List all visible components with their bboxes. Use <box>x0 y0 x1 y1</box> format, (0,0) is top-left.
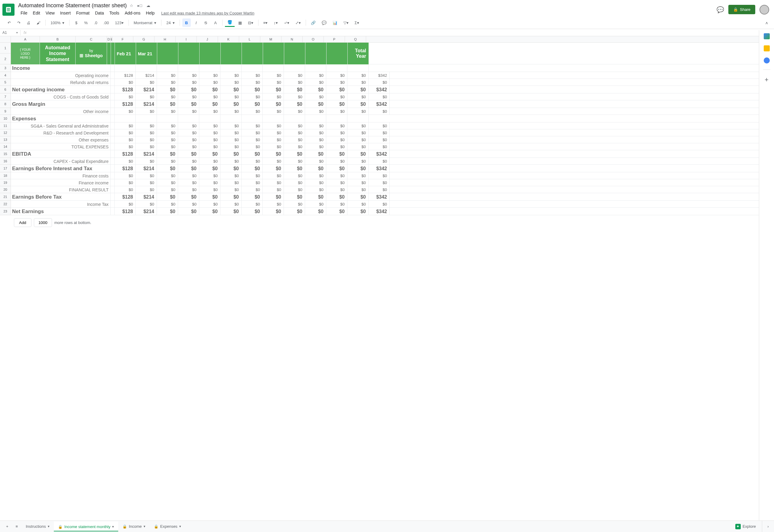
italic-button[interactable]: I <box>192 18 200 27</box>
value-cell[interactable]: $214 <box>136 100 157 108</box>
value-cell[interactable]: $214 <box>136 193 157 201</box>
redo-icon[interactable]: ↷ <box>15 18 23 27</box>
value-cell[interactable]: $0 <box>178 158 199 165</box>
row-header-3[interactable]: 3 <box>0 64 11 72</box>
row-label[interactable]: Operating income <box>11 72 111 79</box>
value-cell[interactable]: $0 <box>178 122 199 129</box>
row-label[interactable]: Other income <box>11 108 111 115</box>
value-cell[interactable]: $0 <box>284 186 305 193</box>
value-cell[interactable]: $0 <box>157 208 178 215</box>
value-cell[interactable]: $0 <box>305 136 326 143</box>
col-header-F[interactable]: F <box>112 36 133 42</box>
value-cell[interactable]: $214 <box>136 150 157 158</box>
value-cell[interactable]: $0 <box>157 72 178 79</box>
value-cell[interactable]: $0 <box>305 122 326 129</box>
value-cell[interactable]: $0 <box>369 172 390 179</box>
value-cell[interactable]: $0 <box>199 79 220 86</box>
col-header-M[interactable]: M <box>260 36 281 42</box>
value-cell[interactable]: $0 <box>157 201 178 208</box>
value-cell[interactable]: $0 <box>326 100 347 108</box>
wrap-icon[interactable]: ⤶▾ <box>281 18 292 27</box>
link-icon[interactable]: 🔗 <box>308 18 318 27</box>
strikethrough-button[interactable]: S <box>202 18 210 27</box>
row-label[interactable]: Other expenses <box>11 136 111 143</box>
value-cell[interactable]: $342 <box>369 72 390 79</box>
value-cell[interactable]: $0 <box>305 129 326 136</box>
borders-icon[interactable]: ▦ <box>236 18 244 27</box>
value-cell[interactable]: $0 <box>263 193 284 201</box>
row-header-21[interactable]: 21 <box>0 193 11 201</box>
value-cell[interactable]: $0 <box>326 136 347 143</box>
row-label[interactable]: Net Earnings <box>11 208 111 215</box>
value-cell[interactable]: $0 <box>284 108 305 115</box>
cell[interactable] <box>199 64 220 72</box>
value-cell[interactable]: $0 <box>136 172 157 179</box>
functions-icon[interactable]: Σ▾ <box>352 18 362 27</box>
select-all-corner[interactable] <box>0 36 11 42</box>
rotation-icon[interactable]: ⤢▾ <box>293 18 303 27</box>
menu-edit[interactable]: Edit <box>31 9 43 17</box>
print-icon[interactable]: 🖨 <box>24 18 33 27</box>
value-cell[interactable]: $0 <box>326 150 347 158</box>
row-label[interactable]: R&D - Research and Development <box>11 129 111 136</box>
value-cell[interactable]: $0 <box>369 201 390 208</box>
value-cell[interactable]: $0 <box>242 122 263 129</box>
value-cell[interactable]: $0 <box>263 72 284 79</box>
value-cell[interactable]: $0 <box>284 179 305 186</box>
value-cell[interactable]: $0 <box>305 150 326 158</box>
value-cell[interactable]: $0 <box>263 79 284 86</box>
value-cell[interactable]: $0 <box>178 143 199 150</box>
value-cell[interactable]: $0 <box>284 208 305 215</box>
document-title[interactable]: Automated Income Statement (master sheet… <box>18 2 127 9</box>
value-cell[interactable]: $0 <box>220 208 242 215</box>
cell[interactable] <box>115 64 136 72</box>
row-label[interactable]: EBITDA <box>11 150 111 158</box>
value-cell[interactable]: $0 <box>284 201 305 208</box>
decimal-increase-icon[interactable]: .00 <box>101 18 111 27</box>
font-select[interactable]: Montserrat ▾ <box>131 19 159 26</box>
col-header-G[interactable]: G <box>133 36 154 42</box>
value-cell[interactable]: $0 <box>305 172 326 179</box>
row-header-22[interactable]: 22 <box>0 201 11 208</box>
value-cell[interactable]: $0 <box>178 129 199 136</box>
value-cell[interactable]: $0 <box>199 186 220 193</box>
value-cell[interactable]: $0 <box>220 93 242 100</box>
value-cell[interactable]: $0 <box>242 108 263 115</box>
col-header-I[interactable]: I <box>176 36 197 42</box>
font-size-select[interactable]: 24 ▾ <box>164 19 177 26</box>
zoom-select[interactable]: 100% ▾ <box>48 19 67 26</box>
value-cell[interactable]: $0 <box>136 108 157 115</box>
value-cell[interactable]: $0 <box>263 122 284 129</box>
value-cell[interactable]: $0 <box>199 201 220 208</box>
col-header-H[interactable]: H <box>154 36 176 42</box>
value-cell[interactable]: $128 <box>115 165 136 172</box>
value-cell[interactable]: $0 <box>347 172 369 179</box>
value-cell[interactable]: $0 <box>305 165 326 172</box>
value-cell[interactable]: $0 <box>347 129 369 136</box>
col-header-L[interactable]: L <box>239 36 260 42</box>
cell[interactable] <box>326 64 347 72</box>
value-cell[interactable]: $0 <box>220 179 242 186</box>
value-cell[interactable]: $0 <box>263 201 284 208</box>
value-cell[interactable]: $0 <box>369 79 390 86</box>
value-cell[interactable]: $214 <box>136 72 157 79</box>
value-cell[interactable]: $0 <box>242 93 263 100</box>
value-cell[interactable]: $0 <box>305 179 326 186</box>
value-cell[interactable]: $0 <box>157 122 178 129</box>
value-cell[interactable]: $0 <box>220 172 242 179</box>
value-cell[interactable]: $0 <box>178 86 199 93</box>
cell[interactable] <box>199 115 220 122</box>
value-cell[interactable]: $0 <box>305 100 326 108</box>
value-cell[interactable]: $342 <box>369 193 390 201</box>
value-cell[interactable]: $0 <box>242 208 263 215</box>
row-header-12[interactable]: 12 <box>0 129 11 136</box>
menu-format[interactable]: Format <box>74 9 92 17</box>
value-cell[interactable]: $0 <box>242 201 263 208</box>
value-cell[interactable]: $0 <box>326 186 347 193</box>
row-label[interactable]: TOTAL EXPENSES <box>11 143 111 150</box>
value-cell[interactable]: $0 <box>326 172 347 179</box>
value-cell[interactable]: $342 <box>369 100 390 108</box>
value-cell[interactable]: $0 <box>284 193 305 201</box>
value-cell[interactable]: $0 <box>242 143 263 150</box>
value-cell[interactable]: $0 <box>305 72 326 79</box>
